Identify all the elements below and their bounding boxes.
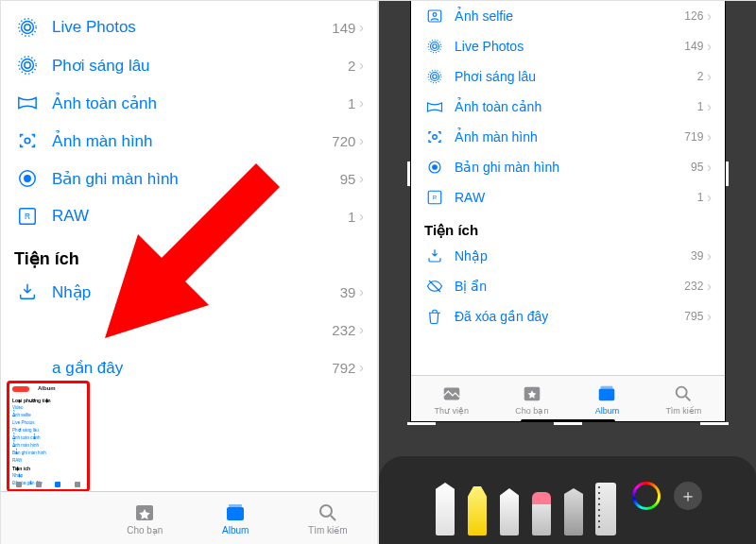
for-you-icon <box>133 502 156 524</box>
r-tab-library[interactable]: Thư viện <box>435 382 470 416</box>
chevron-right-icon: › <box>359 209 364 224</box>
chevron-right-icon: › <box>359 322 364 337</box>
screenshot-thumbnail[interactable]: Album Loại phương tiện VideoẢnh selfieLi… <box>7 381 90 492</box>
panel-albums: Live Photos 149 › Phơi sáng lâu 2 › Ảnh … <box>1 1 379 544</box>
r-row-selfies[interactable]: Ảnh selfie 126› <box>411 1 725 31</box>
row-imports[interactable]: Nhập 39 › <box>1 273 377 311</box>
r-row-recently-deleted[interactable]: Đã xóa gần đây 795› <box>411 301 725 332</box>
chevron-right-icon: › <box>707 190 712 205</box>
tab-label: Cho bạn <box>127 525 163 536</box>
chevron-right-icon: › <box>707 129 712 144</box>
row-count: 2 <box>348 58 355 74</box>
screen-recording-icon <box>424 157 445 178</box>
screen-recording-icon <box>14 165 41 192</box>
row-long-exposure[interactable]: Phơi sáng lâu 2 › <box>1 46 377 84</box>
r-tab-for-you[interactable]: Cho bạn <box>515 382 548 416</box>
thumb-title: Album <box>38 385 56 391</box>
hidden-icon <box>424 276 445 297</box>
svg-point-0 <box>25 25 30 30</box>
crop-handle-left[interactable] <box>407 162 410 186</box>
tool-eraser[interactable] <box>530 475 553 536</box>
chevron-right-icon: › <box>359 171 364 186</box>
r-row-screenshots[interactable]: Ảnh màn hình 719› <box>411 122 725 152</box>
tab-search[interactable]: Tìm kiếm <box>308 502 348 536</box>
row-raw[interactable]: R RAW 1 › <box>1 197 377 235</box>
row-count: 149 <box>684 40 703 53</box>
crop-handle-bottom[interactable] <box>554 422 582 425</box>
tab-label: Album <box>222 525 249 536</box>
row-label: a gần đây <box>52 358 332 378</box>
live-photos-icon <box>424 36 445 57</box>
trash-icon <box>424 306 445 327</box>
row-count: 126 <box>684 9 703 23</box>
r-row-imports[interactable]: Nhập 39› <box>411 241 725 271</box>
row-label: Bị ẩn <box>455 279 684 294</box>
color-picker-button[interactable] <box>632 482 661 510</box>
tab-label: Thư viện <box>435 406 470 416</box>
crop-handle-right[interactable] <box>726 162 729 186</box>
chevron-right-icon: › <box>359 133 364 148</box>
tab-label: Tìm kiếm <box>665 406 701 416</box>
r-row-hidden[interactable]: Bị ẩn 232› <box>411 271 725 301</box>
r-tab-albums[interactable]: Album <box>595 382 620 416</box>
row-panoramas[interactable]: Ảnh toàn cảnh 1 › <box>1 84 377 122</box>
raw-icon: R <box>14 203 41 230</box>
tool-pen[interactable] <box>434 475 456 536</box>
svg-point-15 <box>320 505 332 517</box>
svg-point-1 <box>22 22 34 34</box>
tool-highlighter[interactable] <box>466 475 489 536</box>
chevron-right-icon: › <box>707 309 712 324</box>
r-row-screen-recordings[interactable]: Bản ghi màn hình 95› <box>411 152 725 182</box>
crop-handle-bottom-left[interactable] <box>407 422 436 425</box>
row-count: 1 <box>697 100 704 113</box>
row-label: Nhập <box>52 282 340 302</box>
svg-point-4 <box>22 60 34 72</box>
r-row-long-exposure[interactable]: Phơi sáng lâu 2› <box>411 61 725 92</box>
r-row-panoramas[interactable]: Ảnh toàn cảnh 1› <box>411 92 725 122</box>
row-label: Bản ghi màn hình <box>455 160 691 175</box>
add-button[interactable]: ＋ <box>674 482 702 510</box>
r-row-raw[interactable]: R RAW 1› <box>411 182 725 212</box>
chevron-right-icon: › <box>359 58 364 73</box>
row-count: 795 <box>684 310 703 323</box>
tab-bar: Thư viện Cho bạn Album Tìm kiếm <box>1 491 377 544</box>
chevron-right-icon: › <box>359 20 364 35</box>
chevron-right-icon: › <box>707 99 712 114</box>
tool-lasso[interactable] <box>562 475 585 536</box>
row-label: Ảnh màn hình <box>52 131 332 151</box>
row-count: 95 <box>691 161 703 174</box>
r-tab-search[interactable]: Tìm kiếm <box>665 382 701 416</box>
media-types-list: Live Photos 149 › Phơi sáng lâu 2 › Ảnh … <box>1 1 377 235</box>
screenshot-canvas[interactable]: Ảnh selfie 126› Live Photos 149› Phơi sá… <box>411 1 725 421</box>
row-count: 2 <box>697 70 704 83</box>
row-screenshots[interactable]: Ảnh màn hình 720 › <box>1 122 377 160</box>
row-count: 1 <box>697 191 704 204</box>
tool-pencil[interactable] <box>498 475 521 536</box>
screenshot-frame: Live Photos 149 › Phơi sáng lâu 2 › Ảnh … <box>0 0 756 544</box>
crop-handle-bottom-right[interactable] <box>700 422 729 425</box>
row-count: 1 <box>348 209 355 225</box>
row-screen-recordings[interactable]: Bản ghi màn hình 95 › <box>1 160 377 197</box>
row-label: Phơi sáng lâu <box>52 56 348 76</box>
row-count: 149 <box>332 20 355 36</box>
tab-albums[interactable]: Album <box>222 502 249 536</box>
svg-point-17 <box>433 13 437 17</box>
row-live-photos[interactable]: Live Photos 149 › <box>1 8 377 46</box>
chevron-right-icon: › <box>707 8 712 24</box>
thumb-content: Loại phương tiện VideoẢnh selfieLive Pho… <box>12 397 84 487</box>
home-indicator <box>521 419 615 421</box>
svg-point-22 <box>431 73 439 81</box>
tool-ruler[interactable] <box>594 475 617 536</box>
r-row-live-photos[interactable]: Live Photos 149› <box>411 31 725 61</box>
row-label: RAW <box>455 190 697 205</box>
row-hidden[interactable]: 232 › <box>1 311 377 348</box>
row-label: Live Photos <box>455 39 684 54</box>
svg-point-18 <box>433 44 438 49</box>
tab-label: Cho bạn <box>515 406 548 416</box>
chevron-right-icon: › <box>359 284 364 299</box>
chevron-right-icon: › <box>707 39 712 54</box>
tab-for-you[interactable]: Cho bạn <box>127 502 163 536</box>
screenshot-icon <box>424 127 445 147</box>
import-icon <box>14 279 41 305</box>
row-count: 232 <box>684 280 703 293</box>
